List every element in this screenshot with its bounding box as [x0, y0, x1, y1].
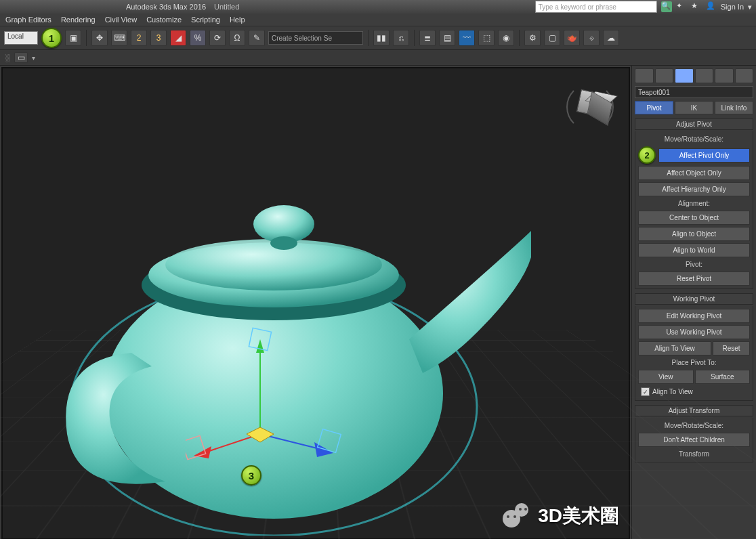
title-bar: Autodesk 3ds Max 2016 Untitled Type a ke… — [0, 0, 756, 14]
utilities-tab-icon[interactable] — [735, 68, 754, 83]
sign-in-link[interactable]: Sign In — [721, 3, 744, 11]
menu-scripting[interactable]: Scripting — [191, 16, 220, 24]
favorites-icon[interactable]: ★ — [691, 1, 702, 12]
callout-1: 1 — [41, 28, 62, 48]
curve-editor-button[interactable]: 〰 — [459, 30, 475, 46]
ribbon-row: ░ ▭ ▾ — [0, 50, 756, 66]
material-editor-button[interactable]: ◉ — [498, 30, 514, 46]
link-info-tab-button[interactable]: Link Info — [715, 101, 753, 114]
render-production-button[interactable]: 🫖 — [564, 30, 580, 46]
move-rotate-scale-label: Move/Rotate/Scale: — [638, 135, 750, 143]
working-pivot-rollout[interactable]: Working Pivot — [635, 293, 753, 305]
angle-snap-button[interactable]: ◢ — [170, 30, 186, 46]
main-toolbar: Local 1 ▣ ✥ ⌨ 2 3 ◢ % ⟳ Ω ✎ Create Selec… — [0, 26, 756, 50]
watermark: 3D美术圈 — [503, 503, 619, 529]
named-selection-set-dropdown[interactable]: Create Selection Se — [268, 31, 363, 45]
pivot-tab-button[interactable]: Pivot — [635, 101, 673, 114]
align-to-view-button[interactable]: Align To View — [638, 341, 711, 355]
hierarchy-tab-icon[interactable] — [675, 68, 694, 83]
app-menu-icon[interactable]: ✦ — [676, 1, 687, 12]
reset-wp-button[interactable]: Reset — [713, 341, 750, 355]
snap-3d-button[interactable]: 3 — [150, 30, 167, 46]
reset-pivot-button[interactable]: Reset Pivot — [638, 272, 750, 286]
modify-tab-icon[interactable] — [655, 68, 674, 83]
affect-hierarchy-only-button[interactable]: Affect Hierarchy Only — [638, 182, 750, 196]
center-to-object-button[interactable]: Center to Object — [638, 211, 750, 225]
callout-2: 2 — [638, 146, 656, 164]
edit-selection-button[interactable]: ✎ — [249, 30, 265, 46]
magnet-snap-button[interactable]: Ω — [229, 30, 245, 46]
menu-customize[interactable]: Customize — [146, 16, 182, 24]
create-tab-icon[interactable] — [635, 68, 654, 83]
render-online-button[interactable]: ☁ — [603, 30, 619, 46]
use-pivot-center-button[interactable]: ▣ — [65, 30, 81, 46]
ribbon-toggle-icon[interactable]: ▭ — [14, 52, 28, 63]
menu-graph-editors[interactable]: Graph Editors — [5, 16, 51, 24]
object-name-field[interactable]: Teapot001 — [635, 86, 753, 98]
app-name: Autodesk 3ds Max 2016 — [126, 3, 206, 11]
schematic-view-button[interactable]: ⬚ — [478, 30, 495, 46]
pivot-label: Pivot: — [638, 261, 750, 268]
spinner-snap-button[interactable]: ⟳ — [209, 30, 226, 46]
display-tab-icon[interactable] — [715, 68, 734, 83]
svg-point-6 — [270, 236, 297, 250]
affect-pivot-only-button[interactable]: Affect Pivot Only — [658, 148, 750, 163]
place-pivot-to-label: Place Pivot To: — [638, 359, 750, 366]
viewcube[interactable] — [566, 83, 614, 131]
use-working-pivot-button[interactable]: Use Working Pivot — [638, 325, 750, 339]
motion-tab-icon[interactable] — [695, 68, 714, 83]
document-name: Untitled — [214, 3, 239, 11]
layer-explorer-button[interactable]: ≣ — [419, 30, 436, 46]
perspective-viewport[interactable]: 3 3D美术圈 — [1, 67, 630, 539]
menu-rendering[interactable]: Rendering — [61, 16, 96, 24]
mirror-button[interactable]: ▮▮ — [373, 30, 390, 46]
render-iterative-button[interactable]: ⟐ — [583, 30, 600, 46]
signin-dropdown-icon[interactable]: ▾ — [748, 3, 752, 12]
adjust-pivot-rollout[interactable]: Adjust Pivot — [635, 118, 753, 130]
user-icon[interactable]: 👤 — [706, 1, 717, 12]
toggle-ribbon-button[interactable]: ▤ — [439, 30, 455, 46]
render-setup-button[interactable]: ⚙ — [524, 30, 541, 46]
menu-civil-view[interactable]: Civil View — [105, 16, 137, 24]
alignment-label: Alignment: — [638, 200, 750, 207]
align-button[interactable]: ⎌ — [393, 30, 409, 46]
percent-snap-button[interactable]: % — [190, 30, 206, 46]
menu-help[interactable]: Help — [230, 16, 245, 24]
align-to-object-button[interactable]: Align to Object — [638, 227, 750, 241]
keyboard-shortcut-toggle[interactable]: ⌨ — [111, 30, 127, 46]
edit-working-pivot-button[interactable]: Edit Working Pivot — [638, 309, 750, 323]
render-frame-button[interactable]: ▢ — [544, 30, 560, 46]
place-surface-button[interactable]: Surface — [695, 370, 751, 384]
align-to-world-button[interactable]: Align to World — [638, 243, 750, 257]
teapot-object[interactable] — [43, 156, 531, 536]
snap-2d-button[interactable]: 2 — [131, 30, 147, 46]
wechat-icon — [503, 503, 532, 529]
help-search-input[interactable]: Type a keyword or phrase — [535, 1, 657, 13]
search-icon[interactable]: 🔍 — [661, 1, 672, 12]
affect-object-only-button[interactable]: Affect Object Only — [638, 166, 750, 180]
callout-3: 3 — [241, 465, 261, 486]
ribbon-dropdown-icon[interactable]: ▾ — [32, 54, 35, 62]
ribbon-tab-label[interactable]: ░ — [5, 54, 10, 62]
ik-tab-button[interactable]: IK — [675, 101, 713, 114]
reference-coord-dropdown[interactable]: Local — [4, 31, 38, 45]
command-panel-tabs — [635, 68, 753, 83]
menu-bar: Graph Editors Rendering Civil View Custo… — [0, 14, 756, 26]
select-manipulate-button[interactable]: ✥ — [91, 30, 108, 46]
